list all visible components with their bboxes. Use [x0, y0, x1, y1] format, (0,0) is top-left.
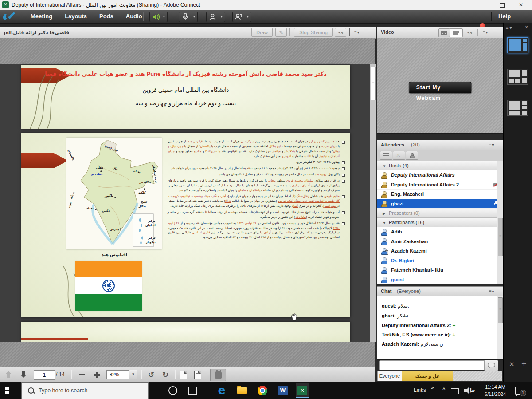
zoom-out-button[interactable]	[75, 370, 89, 379]
attendees-pod-menu-icon[interactable]	[489, 141, 494, 150]
chat-input[interactable]	[379, 360, 486, 370]
pod-options-icon[interactable]: ✕	[509, 360, 515, 368]
menu-item[interactable]: Layouts	[59, 10, 93, 23]
viewer-scrollbar[interactable]	[370, 64, 376, 342]
keyboard-language-indicator[interactable]: فا	[470, 382, 475, 399]
page-layout-view-button[interactable]	[192, 370, 204, 379]
draw-button[interactable]: Draw	[251, 28, 273, 37]
chat-pod-menu-icon[interactable]	[489, 287, 494, 296]
links-chevron[interactable]: »	[431, 379, 434, 396]
slide-1: دکتر سید محمد قاضی دانش آموخته رشته فیزی…	[21, 65, 350, 129]
menu-item[interactable]: Meeting	[24, 10, 59, 23]
help-menu[interactable]: Help	[498, 10, 511, 23]
layout-thumb-collaboration[interactable]	[507, 100, 528, 116]
viewer-scrollbar-thumb[interactable]	[371, 67, 376, 100]
participants-section-header[interactable]: ▼Participants (16)	[377, 218, 503, 227]
bullet-item: پهناوری: ۳۰۲۸۷۰۲۶۳ کیلومتر مربع	[168, 160, 345, 165]
word-icon[interactable]: W	[277, 384, 289, 397]
tab-everyone[interactable]: Everyone	[377, 371, 402, 381]
webcam-dropdown[interactable]	[218, 12, 225, 22]
raise-hand-icon	[233, 12, 245, 22]
taskbar-clock[interactable]: 11:14 AM 6/11/2024	[481, 384, 509, 398]
close-button[interactable]: ✕	[513, 0, 528, 10]
page-number-input[interactable]	[34, 370, 55, 380]
links-toolbar-label[interactable]: Links	[414, 382, 426, 399]
share-pod-menu-icon[interactable]	[354, 28, 359, 37]
rotate-right-button[interactable]: ↻	[159, 370, 172, 379]
start-webcam-button[interactable]: Start My Webcam	[409, 82, 472, 93]
maximize-button[interactable]	[494, 0, 509, 10]
single-page-view-button[interactable]	[177, 370, 190, 379]
breakout-view-button[interactable]: ⤫	[393, 151, 405, 160]
notification-center-icon[interactable]: 1	[513, 384, 526, 397]
speaker-dropdown[interactable]	[160, 12, 168, 22]
attendee-name: Deputy International Affairs	[391, 172, 455, 178]
attendees-scrollbar[interactable]	[497, 161, 503, 284]
attendee-row[interactable]: Deputy International Affairs 2	[377, 180, 503, 190]
video-fullscreen-icon[interactable]	[465, 28, 474, 36]
attendee-row[interactable]: Deputy International Affairs	[377, 170, 503, 180]
person-icon	[381, 181, 387, 188]
stop-sharing-button[interactable]: Stop Sharing	[294, 28, 333, 37]
hidden-icons-chevron[interactable]: ^	[442, 382, 446, 399]
layout-menu-icon[interactable]	[506, 25, 512, 30]
zoom-in-button[interactable]	[90, 370, 104, 379]
attendee-row[interactable]: ghazi	[377, 199, 503, 209]
webcam-button[interactable]	[206, 12, 219, 22]
menu-item[interactable]: Pods	[93, 10, 120, 23]
fullscreen-button[interactable]	[335, 28, 346, 37]
attendee-list-view-button[interactable]	[380, 151, 392, 160]
document-viewer[interactable]: دکتر سید محمد قاضی دانش آموخته رشته فیزی…	[0, 64, 375, 342]
chat-scrollbar-thumb[interactable]	[498, 297, 503, 323]
taskbar-search[interactable]: Type here to search	[21, 382, 149, 399]
microphone-button[interactable]	[179, 12, 192, 22]
menu-item[interactable]: Audio	[120, 10, 149, 23]
minimize-button[interactable]: —	[476, 0, 491, 10]
attendee-name: Eng. Mazaheri	[391, 191, 424, 197]
grid-view-button[interactable]	[450, 28, 463, 37]
attendee-row[interactable]: Adib	[377, 227, 503, 237]
speaker-button[interactable]	[149, 12, 161, 22]
chrome-icon[interactable]	[256, 384, 269, 397]
attendee-row[interactable]: Eng. Mazaheri	[377, 190, 503, 199]
attendee-name: Azadeh Kazemi	[391, 248, 427, 253]
start-button-icon[interactable]	[5, 387, 13, 394]
adobe-connect-taskbar-icon[interactable]: ✕	[296, 383, 309, 398]
edge-icon[interactable]: e	[215, 384, 228, 397]
page-up-button[interactable]	[5, 371, 12, 378]
layout-close-icon[interactable]: ✕	[524, 24, 528, 30]
layout-thumb-sharing[interactable]	[507, 37, 528, 53]
chat-scrollbar[interactable]	[497, 296, 503, 359]
add-pod-icon[interactable]: +	[521, 359, 527, 369]
presenters-section-header[interactable]: ▶Presenters (0)	[377, 209, 503, 218]
india-map: پاکستانچین (تبت)نپالبوتانبنگلادشبرمه (می…	[66, 138, 162, 249]
attendee-row[interactable]: Fatemeh Khanlari- ikiu	[377, 265, 503, 275]
raise-hand-dropdown[interactable]	[244, 12, 251, 22]
attendee-row[interactable]: Dr. Biglari	[377, 256, 503, 266]
rotate-left-button[interactable]: ↺	[145, 370, 158, 379]
chat-sender: Deputy International Affairs 2:	[382, 323, 451, 328]
pencil-tool-button[interactable]: ✎	[275, 28, 287, 37]
attendees-scrollbar-thumb[interactable]	[498, 218, 503, 256]
tab-private-chat[interactable]: عل و جسک رضای‌فاطمه ...	[402, 371, 453, 381]
page-down-button[interactable]	[20, 371, 27, 378]
attendee-row[interactable]: guest	[377, 275, 503, 285]
raise-hand-button[interactable]	[232, 12, 245, 22]
share-pod-letterbox-top	[0, 38, 375, 64]
send-message-button[interactable]	[484, 360, 498, 371]
slide2-bullets: هند هفتمین کشور پهناور در جهان است. هند …	[168, 139, 345, 241]
zoom-level-dropdown[interactable]: ▼	[129, 370, 137, 379]
pan-tool-button[interactable]	[210, 369, 226, 381]
attendee-row[interactable]: Azadeh Kazemi	[377, 246, 503, 256]
filmstrip-view-button[interactable]	[438, 28, 450, 37]
microphone-dropdown[interactable]	[191, 12, 198, 22]
cortana-icon[interactable]	[167, 384, 179, 397]
hosts-section-header[interactable]: ▼Hosts (4)	[377, 161, 503, 170]
attendee-status-view-button[interactable]	[406, 151, 418, 160]
video-pod-menu-icon[interactable]	[483, 28, 488, 37]
task-view-icon[interactable]	[186, 384, 199, 397]
file-explorer-icon[interactable]	[236, 384, 248, 397]
layout-thumb-discussion[interactable]	[507, 69, 528, 85]
bullet-text: جمعیت: ۱۰۴۲۲۰۰۰۰۰۰۰ نفر (برآورد ۲۰۲۳م) ر…	[170, 166, 340, 171]
attendee-row[interactable]: Amir Zarkeshan	[377, 237, 503, 247]
